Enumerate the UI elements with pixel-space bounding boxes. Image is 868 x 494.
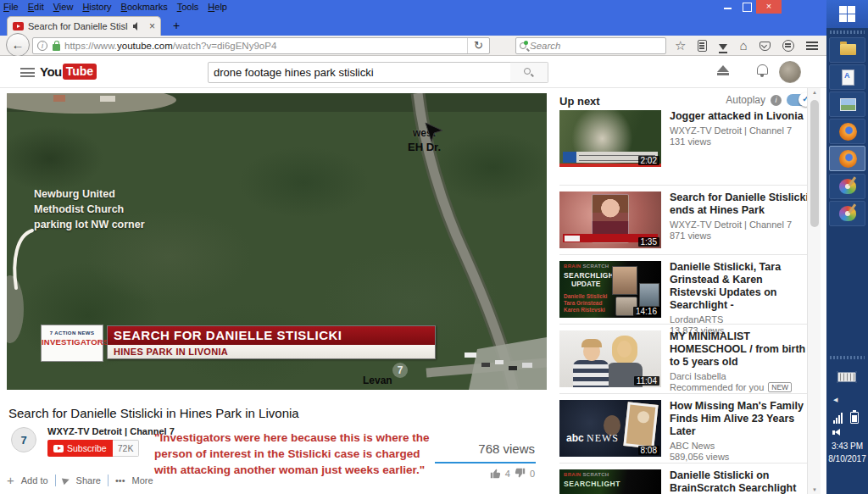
start-button[interactable]: [826, 0, 868, 28]
thumb-figure: [581, 339, 602, 347]
related-video-views: 589,056 views: [670, 452, 812, 462]
video-thumbnail[interactable]: 11:04: [559, 330, 661, 387]
tab-audio-icon[interactable]: [132, 22, 141, 31]
account-avatar[interactable]: [779, 61, 801, 83]
volume-icon[interactable]: [835, 429, 840, 436]
abc-news-logo: abc NEWS: [566, 432, 619, 445]
channel-avatar[interactable]: 7: [11, 427, 36, 452]
duration-badge: 1:35: [638, 237, 659, 247]
related-video-title[interactable]: Search for Danielle Stislicki ends at Hi…: [670, 191, 812, 217]
windows-taskbar: ◀ 3:43 PM 8/10/2017: [826, 0, 868, 494]
tab-bar: Search for Danielle Stislic × +: [0, 14, 826, 36]
taskbar-file-explorer[interactable]: [829, 37, 865, 63]
related-video-title[interactable]: Danielle Stislicki, Tara Grinstead & Kar…: [670, 261, 812, 312]
add-to-button[interactable]: Add to: [21, 475, 48, 486]
list-item[interactable]: 1:35 Search for Danielle Stislicki ends …: [559, 191, 812, 254]
video-thumbnail[interactable]: 1:35: [559, 191, 661, 248]
subscriber-count[interactable]: 72K: [113, 440, 140, 457]
menu-view[interactable]: View: [53, 1, 74, 13]
video-thumbnail[interactable]: abc NEWS 8:08: [559, 400, 661, 457]
page-content: You Tube: [0, 56, 826, 494]
maximize-button[interactable]: [737, 0, 756, 14]
related-video-title[interactable]: Jogger attacked in Livonia: [670, 110, 812, 123]
video-player[interactable]: west EH Dr. Newburg United Methodist Chu…: [7, 93, 547, 390]
clock-date[interactable]: 8/10/2017: [826, 454, 868, 463]
search-engine-icon[interactable]: [520, 42, 526, 49]
network-signal-icon[interactable]: [833, 413, 843, 424]
banner-headline: SEARCH FOR DANIELLE STISLICKI: [108, 326, 435, 345]
scrollbar-thumb[interactable]: [810, 100, 819, 227]
taskbar-paint-2[interactable]: [829, 201, 865, 226]
add-to-plus-icon: +: [7, 473, 14, 487]
tab-close-icon[interactable]: ×: [149, 20, 155, 32]
clock-time[interactable]: 3:43 PM: [826, 441, 868, 451]
related-video-channel: ABC News: [670, 441, 812, 451]
list-item[interactable]: BRAINSCRATCH SEARCHLIGHT UPDATE Danielle…: [559, 261, 812, 324]
reload-button[interactable]: ↻: [467, 38, 489, 53]
notifications-bell-icon[interactable]: [757, 64, 768, 75]
browser-search-box[interactable]: [515, 37, 666, 54]
youtube-search-input[interactable]: [208, 62, 511, 83]
minimize-button[interactable]: [719, 0, 737, 14]
close-window-button[interactable]: ×: [756, 0, 782, 14]
upload-icon[interactable]: [717, 65, 729, 72]
related-video-title[interactable]: How Missing Man's Family Finds Him Alive…: [670, 400, 812, 438]
back-button[interactable]: ←: [6, 33, 30, 57]
taskbar-photo-viewer[interactable]: [829, 92, 865, 117]
url-bar[interactable]: i https://www.youtube.com/watch?v=di6gEN…: [32, 37, 490, 54]
scroll-up-arrow[interactable]: ▲: [808, 90, 821, 95]
thumb-photo: [639, 283, 659, 307]
document-icon: [842, 69, 854, 86]
downloads-icon[interactable]: [719, 44, 727, 50]
youtube-search-button[interactable]: [510, 62, 548, 83]
menu-edit[interactable]: Edit: [28, 1, 44, 13]
menu-tools[interactable]: Tools: [177, 1, 199, 13]
autoplay-info-icon[interactable]: i: [771, 95, 782, 106]
guide-hamburger-icon[interactable]: [20, 68, 35, 77]
taskbar-paint[interactable]: [829, 174, 865, 199]
pocket-icon[interactable]: [760, 42, 771, 51]
related-video-title[interactable]: Danielle Stislicki on BrainScratch Searc…: [670, 469, 812, 494]
page-scrollbar[interactable]: ▲ ▼: [807, 88, 821, 494]
hidden-icons-arrow[interactable]: ◀: [833, 397, 837, 403]
browser-search-input[interactable]: [530, 41, 640, 51]
scroll-down-arrow[interactable]: ▼: [808, 487, 821, 492]
home-icon[interactable]: ⌂: [739, 36, 747, 56]
thumbs-down-icon[interactable]: [515, 468, 526, 479]
video-thumbnail[interactable]: BRAINSCRATCH SEARCHLIGHT: [559, 469, 661, 494]
taskbar-firefox[interactable]: [829, 119, 865, 144]
battery-icon[interactable]: [850, 412, 859, 424]
browser-window: File Edit View History Bookmarks Tools H…: [0, 0, 826, 494]
touch-keyboard-icon[interactable]: [837, 371, 857, 383]
video-thumbnail[interactable]: BRAINSCRATCH SEARCHLIGHT UPDATE Danielle…: [559, 261, 661, 318]
subscribe-button[interactable]: Subscribe: [47, 440, 113, 457]
related-video-title[interactable]: MY MINIMALIST HOMESCHOOL / from birth to…: [670, 330, 812, 369]
list-item[interactable]: abc NEWS 8:08 How Missing Man's Family F…: [559, 400, 812, 463]
list-item[interactable]: 11:04 MY MINIMALIST HOMESCHOOL / from bi…: [559, 330, 812, 393]
thumb-figure: [617, 341, 632, 358]
taskbar-firefox-active[interactable]: [829, 146, 865, 171]
extension-icon[interactable]: [782, 40, 794, 52]
new-tab-button[interactable]: +: [166, 19, 186, 32]
video-meta: Danielle Stislicki on BrainScratch Searc…: [670, 469, 812, 494]
video-thumbnail[interactable]: 2:02: [559, 110, 661, 167]
page-info-icon[interactable]: i: [37, 41, 47, 51]
divider: [559, 254, 812, 255]
menu-bookmarks[interactable]: Bookmarks: [121, 1, 168, 13]
list-item[interactable]: 2:02 Jogger attacked in Livonia WXYZ-TV …: [559, 110, 812, 173]
taskbar-separator: [830, 31, 865, 34]
menu-file[interactable]: File: [3, 1, 19, 13]
youtube-logo[interactable]: You Tube: [40, 64, 97, 80]
menu-history[interactable]: History: [82, 1, 111, 13]
share-button[interactable]: Share: [76, 475, 101, 486]
menu-help[interactable]: Help: [208, 1, 227, 13]
library-icon[interactable]: [698, 40, 707, 52]
up-next-heading: Up next: [559, 95, 600, 108]
more-button[interactable]: More: [132, 475, 153, 486]
bookmark-star-icon[interactable]: ☆: [675, 36, 686, 56]
thumbs-up-icon[interactable]: [490, 468, 501, 479]
browser-menu-icon[interactable]: [806, 42, 818, 50]
active-tab[interactable]: Search for Danielle Stislic ×: [7, 16, 161, 36]
list-item[interactable]: BRAINSCRATCH SEARCHLIGHT Danielle Stisli…: [559, 469, 812, 494]
taskbar-document-app[interactable]: [829, 64, 865, 90]
